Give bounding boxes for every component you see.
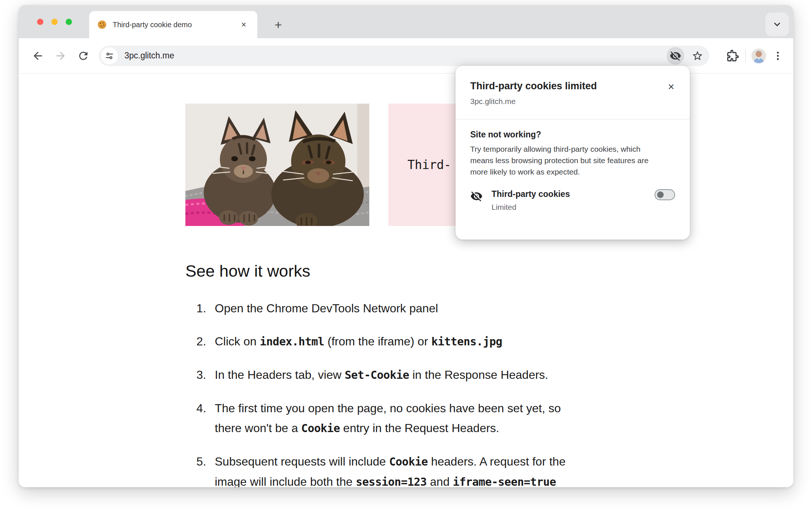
third-party-cookies-label: Third-party cookies bbox=[492, 189, 570, 199]
popup-origin: 3pc.glitch.me bbox=[470, 97, 675, 106]
third-party-cookies-popup: Third-party cookies limited 3pc.glitch.m… bbox=[456, 66, 690, 240]
browser-menu-button[interactable] bbox=[772, 50, 784, 62]
zoom-window-button[interactable] bbox=[66, 19, 72, 25]
reload-button[interactable] bbox=[74, 46, 93, 65]
toggle-knob bbox=[657, 191, 664, 198]
popup-description: Try temporarily allowing third-party coo… bbox=[470, 143, 675, 177]
eye-off-icon bbox=[670, 50, 681, 62]
page-title: See how it works bbox=[185, 262, 648, 281]
extensions-button[interactable] bbox=[726, 49, 739, 62]
third-party-cookies-blocked-button[interactable] bbox=[667, 47, 684, 65]
bookmark-button[interactable] bbox=[689, 48, 706, 64]
back-arrow-icon bbox=[32, 50, 44, 62]
extensions-puzzle-icon bbox=[726, 49, 739, 62]
profile-avatar[interactable] bbox=[751, 48, 766, 63]
tab-close-icon[interactable]: × bbox=[238, 19, 249, 30]
popup-body: Site not working? Try temporarily allowi… bbox=[456, 119, 690, 212]
popup-title: Third-party cookies limited bbox=[470, 80, 675, 92]
cookie-favicon-icon bbox=[97, 20, 107, 29]
row-text: Third-party cookies Limited bbox=[492, 189, 570, 212]
list-item: 2.Click on index.html (from the iframe) … bbox=[185, 331, 648, 352]
eye-off-icon bbox=[470, 190, 483, 202]
toolbar-right-actions bbox=[726, 48, 784, 63]
window-controls bbox=[37, 19, 72, 25]
new-tab-button[interactable]: + bbox=[267, 13, 290, 36]
list-item: 5.Subsequent requests will include Cooki… bbox=[185, 452, 648, 487]
list-item: 1.Open the Chrome DevTools Network panel bbox=[185, 298, 648, 318]
chevron-down-icon bbox=[772, 19, 782, 29]
third-party-cookies-toggle[interactable] bbox=[655, 189, 675, 200]
popup-header: Third-party cookies limited 3pc.glitch.m… bbox=[456, 66, 690, 106]
desktop: Third-party cookie demo × + bbox=[0, 0, 812, 521]
tab-search-button[interactable] bbox=[765, 12, 789, 36]
back-button[interactable] bbox=[28, 46, 47, 65]
popup-close-icon[interactable]: × bbox=[665, 80, 677, 93]
more-vert-icon bbox=[772, 50, 784, 62]
document-body: See how it works 1.Open the Chrome DevTo… bbox=[185, 262, 648, 487]
third-party-cookies-row: Third-party cookies Limited bbox=[470, 189, 675, 212]
tune-icon bbox=[105, 51, 114, 61]
tab-title: Third-party cookie demo bbox=[113, 21, 238, 29]
popup-section-title: Site not working? bbox=[470, 130, 675, 140]
star-icon bbox=[692, 50, 703, 62]
kittens-photo bbox=[185, 104, 369, 226]
avatar-photo bbox=[751, 48, 766, 63]
tab-third-party-cookie-demo[interactable]: Third-party cookie demo × bbox=[89, 11, 257, 38]
tab-strip: Third-party cookie demo × + bbox=[19, 5, 793, 38]
reload-icon bbox=[77, 50, 90, 62]
url-text[interactable]: 3pc.glitch.me bbox=[124, 51, 667, 61]
iframe-label: Third- bbox=[407, 158, 451, 172]
address-bar[interactable]: 3pc.glitch.me bbox=[99, 46, 709, 66]
forward-button[interactable] bbox=[51, 46, 70, 65]
forward-arrow-icon bbox=[54, 50, 67, 62]
toolbar-divider bbox=[745, 49, 746, 63]
minimize-window-button[interactable] bbox=[51, 19, 58, 25]
omnibox-actions bbox=[667, 47, 706, 65]
list-item: 3.In the Headers tab, view Set-Cookie in… bbox=[185, 365, 648, 385]
list-item: 4.The first time you open the page, no c… bbox=[185, 398, 648, 438]
close-window-button[interactable] bbox=[37, 19, 43, 25]
steps-list: 1.Open the Chrome DevTools Network panel… bbox=[185, 298, 648, 487]
site-settings-button[interactable] bbox=[101, 47, 118, 64]
cookies-status-badge: Limited bbox=[492, 203, 570, 212]
